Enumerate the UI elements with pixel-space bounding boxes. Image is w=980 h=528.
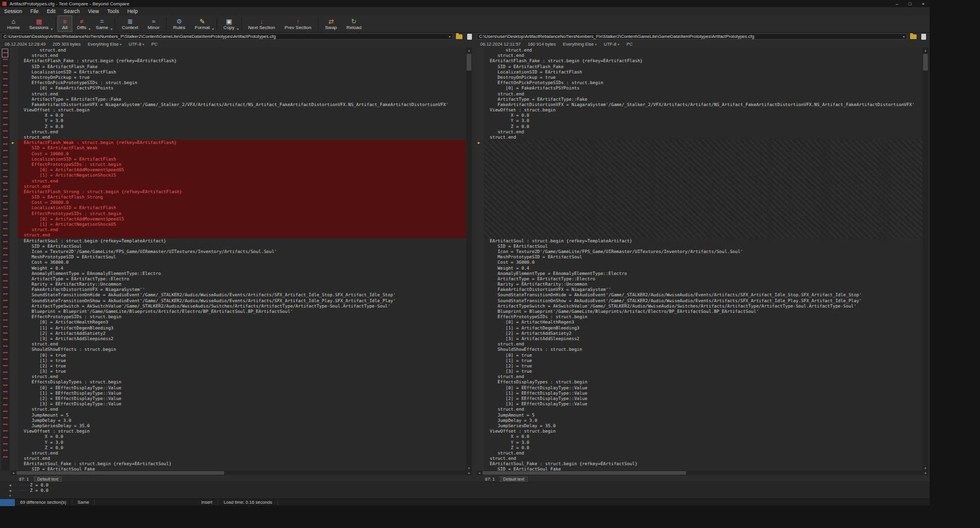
scroll-right-icon[interactable]: ► [923,471,928,475]
code-line[interactable]: Weight = 0.4 [484,265,922,271]
code-line[interactable]: [3] = EEffectDisplayType::Value [484,401,922,407]
code-line[interactable]: EArtifactSoul_Fake : struct.begin {refke… [484,461,922,466]
code-line[interactable]: [2] = EEffectDisplayType::Value [484,396,922,401]
code-line[interactable]: [2] = ArtifactAddSatiety2 [18,331,466,336]
code-line[interactable]: X = 0.0 [18,113,466,118]
code-line[interactable]: FakeArtifactDistortionVFX = NiagaraSyste… [484,287,922,292]
right-encoding-dropdown[interactable]: UTF-8 ▾ [604,41,620,47]
code-line[interactable]: Cost = 36000.0 [484,260,922,265]
code-line[interactable]: [2] = true [18,363,466,369]
right-browse-folder-button[interactable] [908,33,918,40]
code-line[interactable] [484,167,922,172]
code-line[interactable] [484,178,922,184]
code-line[interactable] [484,140,922,145]
code-line[interactable]: DestroyOnPickup = true [484,75,922,80]
code-line[interactable]: struct.end [18,53,466,58]
code-line[interactable]: Blueprint = Blueprint'/Game/GameLite/Blu… [484,309,922,314]
code-line[interactable]: EArtifactFlash_Strong : struct.begin {re… [18,189,466,194]
menu-tools[interactable]: Tools [103,8,123,14]
code-line[interactable]: [1] = true [18,358,466,363]
code-line[interactable]: [0] = ArtifactAddMovementSpeed05 [18,167,466,172]
code-line[interactable]: [2] = EEffectDisplayType::Value [18,396,466,401]
code-line[interactable]: FakeArtifactDistortionVFX = NiagaraSyste… [484,102,922,107]
code-line[interactable]: [0] = FakeArtifactsPSYPoints [18,85,466,91]
same-button[interactable]: =Same▾ [91,15,113,32]
code-line[interactable]: [0] = true [484,353,922,358]
code-line[interactable]: [1] = true [484,358,922,363]
sessions-button[interactable]: ▦Sessions▾ [24,15,53,32]
scroll-left-icon[interactable]: ◄ [11,471,16,475]
code-line[interactable]: FakeArtifactDistortionVFX = NiagaraSyste… [18,287,466,292]
code-line[interactable]: struct.end [484,456,922,461]
code-line[interactable]: X = 0.0 [18,434,466,439]
code-line[interactable] [484,227,922,232]
diffs-button[interactable]: ≠Diffs▾ [72,15,91,32]
diff-map[interactable] [1,47,9,471]
code-line[interactable]: [0] = ArtifactHealthRegen3 [484,319,922,325]
code-line[interactable]: struct.end [484,53,922,58]
code-line[interactable]: [3] = true [484,369,922,374]
code-line[interactable]: [0] = FakeArtifactsPSYPoints [484,85,922,91]
menu-file[interactable]: File [26,8,43,14]
code-line[interactable]: EffectOnPickPrototypeSIDs : struct.begin [18,80,466,85]
code-line[interactable]: ArtifactType = EArtifactType::Fake [484,97,922,102]
code-line[interactable]: EffectPrototypeSIDs : struct.begin [18,162,466,167]
code-line[interactable]: [1] = ArtifactNegationShock05 [18,222,466,227]
code-line[interactable]: ViewOffset : struct.begin [484,107,922,113]
code-line[interactable]: SID = EArtifactSoul [18,244,466,249]
code-line[interactable]: Y = 3.0 [18,440,466,445]
code-line[interactable]: ViewOffset : struct.begin [484,428,922,434]
chevron-down-icon[interactable]: ▾ [903,34,905,39]
right-path-input[interactable]: C:\Users\user\Desktop\ArtifactRebalanceN… [477,33,907,40]
code-line[interactable]: Rarity = EArtifactRarity::Uncommon [484,281,922,287]
minor-button[interactable]: ≈Minor [143,15,164,32]
code-line[interactable]: [1] = ArtifactNegationShock15 [18,172,466,178]
code-line[interactable]: [2] = true [484,363,922,369]
code-line[interactable] [484,216,922,222]
code-line[interactable]: AnomalyElementType = EAnomalyElementType… [484,271,922,276]
left-horizontal-scrollbar[interactable]: ◄ ► [11,471,472,475]
code-line[interactable]: SoundStateTransitionOnHide = AkAudioEven… [484,292,922,297]
reload-button[interactable]: ↻Reload [341,15,366,32]
scroll-right-icon[interactable]: ► [467,471,472,475]
left-encoding-dropdown[interactable]: UTF-8 ▾ [129,41,144,47]
code-line[interactable]: struct.end [18,47,466,53]
code-line[interactable]: FakeArtifactDistortionVFX = NiagaraSyste… [18,102,466,107]
code-line[interactable]: [3] = true [18,369,466,374]
code-line[interactable]: ArtifactTypeSwitch = AkSwitchValue'/Game… [484,303,922,309]
code-line[interactable]: ViewOffset : struct.begin [18,107,466,113]
code-line[interactable]: AnomalyElementType = EAnomalyElementType… [18,271,466,276]
code-line[interactable]: struct.end [18,129,466,135]
code-line[interactable] [484,222,922,227]
code-line[interactable]: [1] = ArtifactDegenBleeding3 [484,325,922,331]
code-line[interactable]: struct.end [18,232,466,238]
chevron-down-icon[interactable]: ▾ [449,34,451,39]
code-line[interactable]: struct.end [18,227,466,232]
menu-help[interactable]: Help [123,8,142,14]
minimize-button[interactable]: – [890,0,904,7]
home-button[interactable]: ⌂Home [2,15,24,32]
left-vscroll-thumb[interactable] [467,54,471,71]
code-line[interactable]: SID = EArtifactFlash_Fake [484,64,922,69]
swap-button[interactable]: ⇄Swap [320,15,341,32]
menu-session[interactable]: Session [0,8,26,14]
right-code[interactable]: struct.end struct.endEArtifactFlash_Fake… [484,47,922,471]
right-hscroll-thumb[interactable] [483,471,686,475]
right-horizontal-scrollbar[interactable]: ◄ ► [477,471,928,475]
code-line[interactable]: [1] = ArtifactDegenBleeding3 [18,325,466,331]
left-open-file-button[interactable] [465,33,474,40]
code-line[interactable]: struct.end [18,456,466,461]
code-line[interactable]: DestroyOnPickup = true [18,75,466,80]
code-line[interactable]: SoundStateTransitionOnShow = AkAudioEven… [484,298,922,303]
code-line[interactable]: EArtifactSoul : struct.begin {refkey=Tem… [18,238,466,244]
code-line[interactable]: EffectOnPickPrototypeSIDs : struct.begin [484,80,922,85]
code-line[interactable]: Icon = Texture2D'/Game/GameLite/FPS_Game… [18,249,466,254]
next-section-button[interactable]: ↓Next Section [244,15,280,32]
code-line[interactable]: SoundStateTransitionOnShow = AkAudioEven… [18,298,466,303]
right-vscroll-thumb[interactable] [923,54,928,71]
code-line[interactable]: JumpSeriesDelay = 35.0 [484,423,922,428]
code-line[interactable]: ShouldShowEffects : struct.begin [484,347,922,352]
code-line[interactable]: [0] = EEffectDisplayType::Value [484,385,922,391]
code-line[interactable]: struct.end [18,178,466,184]
right-grammar-selector[interactable]: Default text [500,476,528,482]
